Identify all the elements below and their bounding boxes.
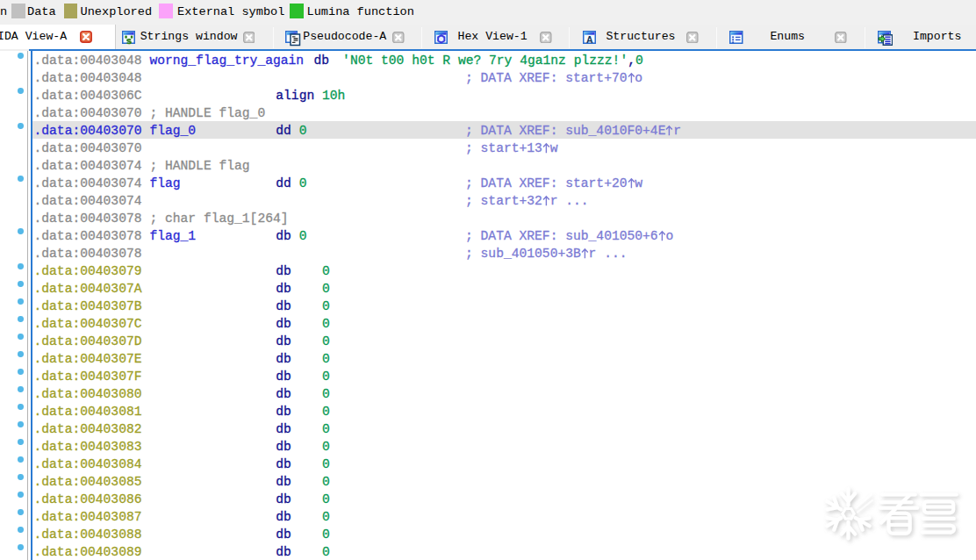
- svg-text:A: A: [586, 33, 593, 44]
